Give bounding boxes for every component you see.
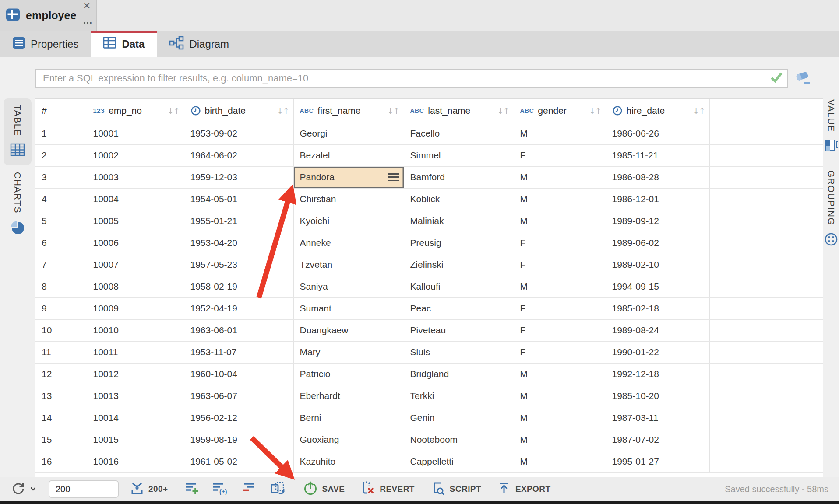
export-button[interactable]: EXPORT xyxy=(497,481,551,497)
cell-menu-icon[interactable] xyxy=(388,173,399,182)
grid-cell[interactable]: 1989-02-10 xyxy=(606,254,709,276)
grid-cell[interactable]: Kazuhito xyxy=(293,451,404,472)
refresh-button[interactable] xyxy=(11,481,36,497)
row-number-cell[interactable]: 7 xyxy=(35,254,87,276)
column-header-emp_no[interactable]: 123emp_no↓↑ xyxy=(87,99,184,122)
close-icon[interactable]: × xyxy=(83,0,90,12)
grid-cell[interactable]: M xyxy=(514,122,606,144)
grid-cell[interactable]: Sluis xyxy=(404,341,514,363)
grid-cell[interactable]: 10008 xyxy=(87,276,184,298)
column-header-gender[interactable]: ABCgender↓↑ xyxy=(514,99,606,122)
clear-filter-button[interactable] xyxy=(793,70,812,87)
grid-cell[interactable]: Peac xyxy=(404,298,514,319)
grid-cell[interactable]: 10015 xyxy=(87,429,184,451)
column-header-last_name[interactable]: ABClast_name↓↑ xyxy=(404,99,514,122)
grid-cell[interactable]: 1959-12-03 xyxy=(184,166,293,188)
column-header-first_name[interactable]: ABCfirst_name↓↑ xyxy=(293,99,404,122)
grid-cell[interactable]: M xyxy=(514,451,606,472)
grid-cell[interactable]: 1953-09-02 xyxy=(184,122,293,144)
grid-cell[interactable]: 10012 xyxy=(87,363,184,385)
grid-cell[interactable]: 1959-08-19 xyxy=(184,429,293,451)
sort-icon[interactable]: ↓↑ xyxy=(693,106,705,116)
sort-icon[interactable]: ↓↑ xyxy=(589,106,601,116)
grid-cell[interactable]: M xyxy=(514,363,606,385)
grid-cell[interactable]: M xyxy=(514,188,606,210)
apply-filter-button[interactable] xyxy=(765,70,787,87)
grid-cell[interactable]: 1987-03-11 xyxy=(606,407,709,429)
grid-cell[interactable]: Saniya xyxy=(293,276,404,298)
grid-cell[interactable]: 1961-05-02 xyxy=(184,451,293,472)
grid-cell[interactable]: Piveteau xyxy=(404,319,514,341)
grid-cell[interactable]: 1986-08-28 xyxy=(606,166,709,188)
grid-cell[interactable]: 1989-09-12 xyxy=(606,210,709,232)
row-number-cell[interactable]: 2 xyxy=(35,144,87,166)
grid-cell[interactable]: 1964-06-02 xyxy=(184,144,293,166)
grid-cell[interactable]: 1952-04-19 xyxy=(184,298,293,319)
grid-cell[interactable]: 10003 xyxy=(87,166,184,188)
grid-cell[interactable]: 1963-06-07 xyxy=(184,385,293,407)
grid-cell[interactable]: 1987-07-02 xyxy=(606,429,709,451)
row-number-cell[interactable]: 9 xyxy=(35,298,87,319)
grid-cell[interactable]: 10013 xyxy=(87,385,184,407)
grid-cell[interactable]: Cappelletti xyxy=(404,451,514,472)
grid-cell[interactable]: 1986-06-26 xyxy=(606,122,709,144)
row-number-cell[interactable]: 14 xyxy=(35,407,87,429)
tab-data[interactable]: Data xyxy=(91,31,157,57)
grid-cell[interactable]: 10007 xyxy=(87,254,184,276)
fetch-size-input[interactable] xyxy=(49,480,119,498)
grid-cell[interactable]: Zielinski xyxy=(404,254,514,276)
sort-icon[interactable]: ↓↑ xyxy=(497,106,509,116)
row-number-cell[interactable]: 10 xyxy=(35,319,87,341)
grid-cell[interactable]: Bridgland xyxy=(404,363,514,385)
sql-filter-input[interactable] xyxy=(36,70,765,87)
grid-cell[interactable]: M xyxy=(514,210,606,232)
grid-cell[interactable]: 10009 xyxy=(87,298,184,319)
grid-cell[interactable]: Pandora xyxy=(293,166,404,188)
grid-cell[interactable]: Berni xyxy=(293,407,404,429)
grid-cell[interactable]: 10002 xyxy=(87,144,184,166)
grid-cell[interactable]: 1958-02-19 xyxy=(184,276,293,298)
grid-cell[interactable]: Eberhardt xyxy=(293,385,404,407)
grid-cell[interactable]: Koblick xyxy=(404,188,514,210)
grid-cell[interactable]: 1960-10-04 xyxy=(184,363,293,385)
grid-cell[interactable]: Chirstian xyxy=(293,188,404,210)
tab-diagram[interactable]: Diagram xyxy=(157,31,241,57)
grid-cell[interactable]: F xyxy=(514,341,606,363)
panel-toggle-table[interactable]: TABLE xyxy=(4,98,32,165)
grid-cell[interactable]: 10010 xyxy=(87,319,184,341)
grid-cell[interactable]: F xyxy=(514,319,606,341)
grid-cell[interactable]: 10004 xyxy=(87,188,184,210)
grid-cell[interactable]: Simmel xyxy=(404,144,514,166)
grid-cell[interactable]: 1985-02-18 xyxy=(606,298,709,319)
more-icon[interactable]: … xyxy=(83,15,93,26)
row-number-cell[interactable]: 11 xyxy=(35,341,87,363)
row-number-cell[interactable]: 8 xyxy=(35,276,87,298)
revert-button[interactable]: REVERT xyxy=(360,481,414,497)
grid-cell[interactable]: F xyxy=(514,298,606,319)
row-number-cell[interactable]: 3 xyxy=(35,166,87,188)
grid-cell[interactable]: 1953-04-20 xyxy=(184,232,293,254)
grid-cell[interactable]: Bezalel xyxy=(293,144,404,166)
grid-cell[interactable]: Kyoichi xyxy=(293,210,404,232)
grid-cell[interactable]: 1989-06-02 xyxy=(606,232,709,254)
grid-cell[interactable]: Facello xyxy=(404,122,514,144)
grid-cell[interactable]: M xyxy=(514,276,606,298)
grid-cell[interactable]: 10016 xyxy=(87,451,184,472)
grid-cell[interactable]: 1989-08-24 xyxy=(606,319,709,341)
grid-cell[interactable]: 1986-12-01 xyxy=(606,188,709,210)
tab-properties[interactable]: Properties xyxy=(0,31,91,57)
grid-cell[interactable]: 1994-09-15 xyxy=(606,276,709,298)
refresh-cell-button[interactable] xyxy=(270,481,285,497)
grid-cell[interactable]: F xyxy=(514,232,606,254)
grid-cell[interactable]: Nooteboom xyxy=(404,429,514,451)
column-header-rownum[interactable]: # xyxy=(35,99,87,122)
sort-icon[interactable]: ↓↑ xyxy=(167,106,180,116)
grid-cell[interactable]: 1990-01-22 xyxy=(606,341,709,363)
grid-cell[interactable]: Preusig xyxy=(404,232,514,254)
grid-cell[interactable]: 10011 xyxy=(87,341,184,363)
row-number-cell[interactable]: 1 xyxy=(35,122,87,144)
duplicate-row-button[interactable]: (+) xyxy=(212,482,228,497)
grid-cell[interactable]: 1957-05-23 xyxy=(184,254,293,276)
grid-cell[interactable]: Duangkaew xyxy=(293,319,404,341)
grid-cell[interactable]: Patricio xyxy=(293,363,404,385)
